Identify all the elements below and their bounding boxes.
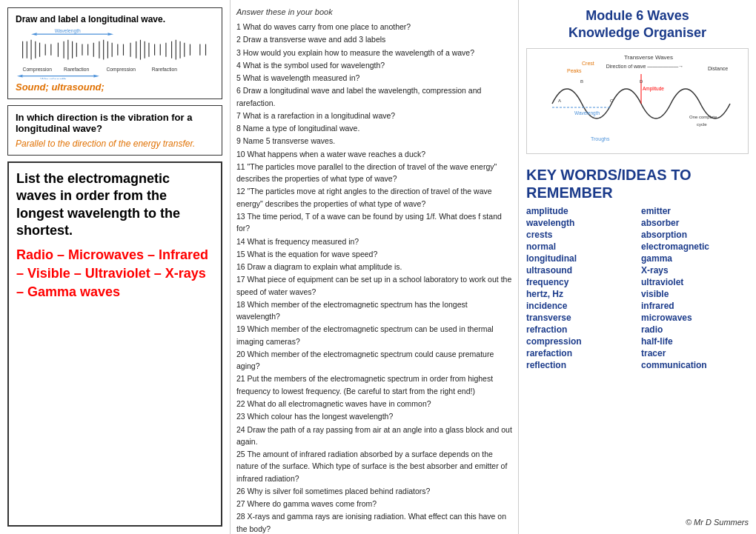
vibration-direction-box: In which direction is the vibration for … (7, 105, 222, 156)
question-item: 13 The time period, T of a wave can be f… (236, 210, 512, 235)
em-waves-answer: Radio – Microwaves – Infrared – Visible … (16, 246, 213, 302)
question-item: 18 Which member of the electromagnetic s… (236, 298, 512, 323)
question-item: 15 What is the equation for wave speed? (236, 248, 512, 260)
question-item: 5 What is wavelength measured in? (236, 72, 512, 84)
svg-text:Crest: Crest (582, 61, 594, 66)
keyword-right: visible (641, 289, 749, 299)
svg-text:Peaks: Peaks (567, 68, 582, 73)
keyword-left: longitudinal (526, 253, 634, 264)
svg-text:Rarefaction: Rarefaction (64, 67, 89, 72)
svg-text:Compression: Compression (23, 67, 53, 73)
question-item: 14 What is frequency measured in? (236, 236, 512, 247)
keyword-right: absorption (641, 230, 749, 240)
keyword-left: frequency (526, 277, 634, 287)
keyword-left: reflection (526, 360, 634, 370)
question-item: 21 Put the members of the electromagneti… (236, 373, 512, 397)
keyword-right: communication (641, 360, 749, 370)
svg-marker-46 (93, 75, 99, 78)
question-item: 24 Draw the path of a ray passing from a… (236, 424, 512, 448)
keyword-right: radio (641, 324, 749, 335)
em-waves-box: List the electromagnetic waves in order … (7, 161, 222, 527)
svg-text:Rarefaction: Rarefaction (152, 67, 177, 72)
question-item: 9 Name 5 transverse waves. (236, 135, 512, 147)
question-item: 16 Draw a diagram to explain what amplit… (236, 261, 512, 273)
svg-text:Distance: Distance (708, 66, 728, 71)
keyword-right: emitter (641, 206, 749, 216)
middle-column: Answer these in your book 1 What do wave… (230, 0, 519, 534)
question-item: 2 Draw a transverse wave and add 3 label… (236, 33, 512, 45)
svg-text:C: C (610, 99, 614, 103)
keyword-right: half-life (641, 336, 749, 347)
transverse-wave-svg: Transverse Waves Direction of wave —————… (530, 52, 745, 148)
question-item: 17 What piece of equipment can be set up… (236, 273, 512, 298)
question-item: 26 Why is silver foil sometimes placed b… (236, 485, 512, 497)
vibration-answer: Parallel to the direction of the energy … (16, 138, 214, 149)
keyword-left: amplitude (526, 206, 634, 216)
keyword-right: tracer (641, 348, 749, 358)
question-item: 28 X-rays and gamma rays are ionising ra… (236, 510, 512, 534)
svg-text:Transverse Waves: Transverse Waves (624, 54, 673, 61)
question-item: 3 How would you explain how to measure t… (236, 47, 512, 59)
question-item: 4 What is the symbol used for wavelength… (236, 59, 512, 71)
svg-marker-1 (31, 33, 37, 36)
question-item: 20 Which member of the electromagnetic s… (236, 348, 512, 373)
question-item: 8 Name a type of longitudinal wave. (236, 122, 512, 134)
right-column: Module 6 Waves Knowledge Organiser Trans… (519, 0, 756, 534)
transverse-wave-diagram: Transverse Waves Direction of wave —————… (526, 48, 749, 154)
svg-text:Compression: Compression (107, 67, 136, 73)
keyword-left: wavelength (526, 218, 634, 228)
svg-text:Wavelength: Wavelength (41, 77, 67, 79)
svg-marker-2 (107, 33, 113, 36)
keyword-right: absorber (641, 218, 749, 228)
svg-text:D: D (640, 79, 643, 84)
question-item: 1 What do waves carry from one place to … (236, 21, 512, 33)
draw-wave-box: Draw and label a longitudinal wave. Wave… (7, 7, 222, 99)
question-item: 19 Which member of the electromagnetic s… (236, 323, 512, 347)
keyword-right: microwaves (641, 313, 749, 323)
keyword-left: rarefaction (526, 348, 634, 358)
question-item: 23 Which colour has the longest waveleng… (236, 410, 512, 422)
keyword-left: transverse (526, 313, 634, 323)
keyword-right: gamma (641, 253, 749, 264)
svg-text:Amplitude: Amplitude (643, 86, 664, 92)
svg-text:Wavelength: Wavelength (574, 110, 600, 116)
keyword-left: compression (526, 336, 634, 347)
keyword-left: refraction (526, 324, 634, 335)
keyword-left: crests (526, 230, 634, 240)
keyword-left: hertz, Hz (526, 289, 634, 299)
keyword-right: X-rays (641, 265, 749, 276)
left-column: Draw and label a longitudinal wave. Wave… (0, 0, 230, 534)
module-title: Module 6 Waves Knowledge Organiser (526, 7, 749, 42)
svg-text:One complete: One complete (689, 115, 717, 119)
question-item: 10 What happens when a water wave reache… (236, 148, 512, 160)
question-item: 22 What do all electromagnetic waves hav… (236, 398, 512, 410)
sound-answer: Sound; ultrasound; (16, 81, 214, 93)
keyword-right: electromagnetic (641, 241, 749, 252)
keyword-left: ultrasound (526, 265, 634, 276)
svg-text:cycle: cycle (697, 122, 707, 127)
question-item: 6 Draw a longitudinal wave and label the… (236, 84, 512, 109)
keywords-grid: amplitudeemitterwavelengthabsorbercrests… (526, 206, 749, 370)
keyword-right: ultraviolet (641, 277, 749, 287)
svg-text:A: A (558, 99, 561, 103)
em-waves-instruction: List the electromagnetic waves in order … (16, 170, 213, 240)
copyright: © Mr D Summers (526, 518, 749, 527)
svg-text:Direction of wave ——————→: Direction of wave ——————→ (606, 64, 684, 69)
question-item: 25 The amount of infrared radiation abso… (236, 448, 512, 484)
keyword-right: infrared (641, 301, 749, 311)
svg-text:Wavelength: Wavelength (55, 28, 81, 34)
keyword-left: incidence (526, 301, 634, 311)
questions-list: 1 What do waves carry from one place to … (236, 21, 512, 534)
answer-header: Answer these in your book (236, 7, 512, 16)
draw-wave-title: Draw and label a longitudinal wave. (16, 14, 214, 24)
wave-diagram: Wavelength (16, 27, 214, 79)
svg-marker-45 (17, 75, 23, 78)
key-words-title: KEY WORDS/IDEAS TO REMEMBER (526, 166, 749, 201)
vibration-question: In which direction is the vibration for … (16, 112, 214, 134)
question-item: 7 What is a rarefaction in a longitudina… (236, 110, 512, 121)
question-item: 12 "The particles move at right angles t… (236, 185, 512, 210)
svg-text:Troughs: Troughs (591, 136, 610, 142)
keyword-left: normal (526, 241, 634, 252)
question-item: 11 "The particles move parallel to the d… (236, 161, 512, 185)
svg-text:B: B (580, 79, 583, 84)
